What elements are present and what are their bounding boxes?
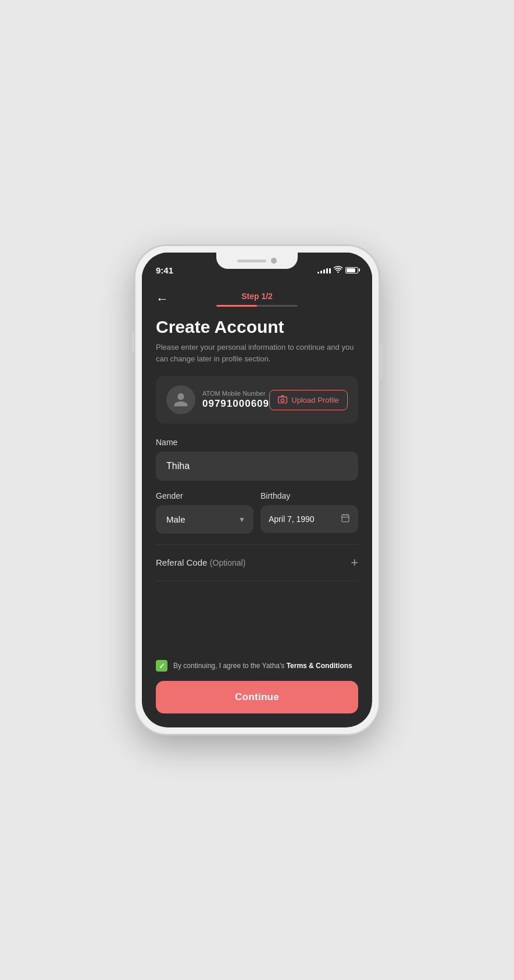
phone-frame: 9:41 xyxy=(135,246,379,734)
profile-left: ATOM Mobile Number 09791000609 xyxy=(166,385,269,414)
battery-icon xyxy=(345,267,358,274)
volume-button xyxy=(132,333,134,353)
referral-optional-label: (Optional) xyxy=(210,558,245,567)
checkmark-icon: ✓ xyxy=(159,662,165,670)
referral-row: Referal Code (Optional) + xyxy=(156,544,358,581)
user-icon xyxy=(173,392,189,408)
terms-text: By continuing, I agree to the Yatha's Te… xyxy=(173,662,352,670)
profile-card: ATOM Mobile Number 09791000609 Upload Pr… xyxy=(156,376,358,424)
name-label: Name xyxy=(156,438,358,447)
terms-prefix: By continuing, I agree to the Yatha's xyxy=(173,662,287,670)
step-indicator: Step 1/2 xyxy=(216,291,298,307)
page-subtitle: Please enter your personal information t… xyxy=(156,342,358,364)
gender-select-wrapper: Male Female Other ▼ xyxy=(156,505,254,534)
referral-text: Referal Code (Optional) xyxy=(156,558,245,568)
status-time: 9:41 xyxy=(156,265,173,275)
mobile-label: ATOM Mobile Number xyxy=(202,390,269,397)
continue-button[interactable]: Continue xyxy=(156,681,358,713)
profile-info: ATOM Mobile Number 09791000609 xyxy=(202,390,269,410)
name-field-group: Name xyxy=(156,438,358,491)
row-fields: Gender Male Female Other ▼ Birthday Apri… xyxy=(156,491,358,534)
page-header: ← Step 1/2 xyxy=(156,291,358,307)
gender-field-group: Gender Male Female Other ▼ xyxy=(156,491,254,534)
upload-label: Upload Profile xyxy=(291,396,339,404)
upload-profile-button[interactable]: Upload Profile xyxy=(269,390,348,410)
upload-icon xyxy=(278,395,287,405)
progress-bar-container xyxy=(216,305,298,307)
power-button xyxy=(380,345,382,379)
phone-screen: 9:41 xyxy=(142,253,372,727)
back-button[interactable]: ← xyxy=(156,293,169,306)
wifi-icon xyxy=(334,266,342,275)
gender-select[interactable]: Male Female Other xyxy=(156,505,254,534)
referral-label: Referal Code xyxy=(156,558,207,567)
step-current: 1 xyxy=(261,292,266,301)
step-total: 2 xyxy=(268,292,273,301)
terms-row: ✓ By continuing, I agree to the Yatha's … xyxy=(156,660,358,672)
status-bar: 9:41 xyxy=(142,253,372,282)
avatar xyxy=(166,385,195,414)
svg-point-1 xyxy=(281,399,284,402)
notch xyxy=(216,253,298,269)
birthday-input-wrapper: April 7, 1990 xyxy=(260,505,358,533)
terms-link[interactable]: Terms & Conditions xyxy=(287,662,352,670)
speaker xyxy=(237,260,266,262)
page-title: Create Account xyxy=(156,317,358,337)
main-content: ← Step 1/2 Create Account Please enter y… xyxy=(142,282,372,660)
status-icons xyxy=(317,266,358,275)
step-word: Step xyxy=(241,292,261,301)
gender-label: Gender xyxy=(156,491,254,500)
terms-checkbox[interactable]: ✓ xyxy=(156,660,167,672)
birthday-label: Birthday xyxy=(260,491,358,500)
progress-bar-fill xyxy=(216,305,257,307)
phone-number: 09791000609 xyxy=(202,398,269,410)
front-camera xyxy=(271,258,277,264)
birthday-field-group: Birthday April 7, 1990 xyxy=(260,491,358,534)
bottom-section: ✓ By continuing, I agree to the Yatha's … xyxy=(142,660,372,727)
add-referral-button[interactable]: + xyxy=(351,555,358,570)
signal-icon xyxy=(317,267,331,274)
birthday-display[interactable]: April 7, 1990 xyxy=(260,505,358,533)
name-input[interactable] xyxy=(156,452,358,481)
step-label: Step 1/2 xyxy=(241,292,273,301)
